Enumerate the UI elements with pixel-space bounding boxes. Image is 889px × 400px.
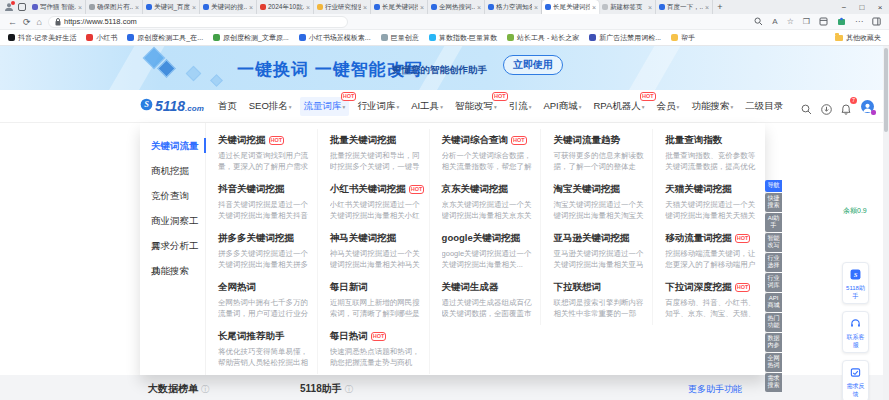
site-logo[interactable]: S 5118 .com (140, 98, 204, 114)
bookmark-item[interactable]: 新广告法禁用词检... (589, 33, 661, 43)
menu-category[interactable]: 竞价查询 (140, 183, 205, 208)
nav-item[interactable]: RPA机器人▾ HOT (590, 97, 649, 116)
split-screen-icon[interactable]: ❒ (803, 17, 810, 26)
nav-item[interactable]: 引流▾ (505, 97, 536, 116)
sidebar-toggle-icon[interactable] (872, 17, 881, 26)
toolbar-shortcut[interactable]: 行业选择 (765, 253, 782, 272)
menu-item[interactable]: 抖音关键词挖掘 抖音关键词挖掘是通过一个关键词挖掘出海量相关抖音关... (206, 178, 318, 227)
menu-item[interactable]: 批量查询指数 批量查询指数、竞价参数等关键词流量数据，提高优化工... (653, 129, 765, 178)
browser-tab[interactable]: 百度一下，.. × (656, 0, 713, 14)
browser-tab[interactable]: 关键词的搜.. × (200, 0, 257, 14)
toolbar-shortcut[interactable]: 热门功能 (765, 313, 782, 332)
menu-category[interactable]: 需求分析工具 (140, 233, 205, 258)
tab-close-icon[interactable]: × (592, 4, 596, 11)
url-field[interactable]: https://www.5118.com (48, 16, 348, 28)
menu-item[interactable]: 全网热词 全网热词中拥有七千多万的流量词，用户可通过行业分类... (206, 276, 318, 325)
home-icon[interactable]: ⌂ (37, 17, 42, 27)
bookmark-item[interactable]: 原创度检测_文章原... (213, 33, 289, 43)
toolbar-shortcut[interactable]: 快捷搜索 (765, 193, 782, 212)
browser-tab[interactable]: 全网热搜词.. × (428, 0, 485, 14)
toolbar-shortcut[interactable]: 导航 (765, 180, 782, 192)
browser-tab[interactable]: 2024年10款.. × (257, 0, 314, 14)
menu-category[interactable]: 商业洞察工具 (140, 208, 205, 233)
menu-item[interactable]: 神马关键词挖掘 神马关键词挖掘通过一个关键词挖掘出海量相关神马关键... (318, 227, 430, 276)
browser-tab[interactable]: 关键词_百度.. × (143, 0, 200, 14)
menu-item[interactable]: 关键词综合查询 HOT 分析一个关键词综合数据，相关流量指数等，帮您了解关... (430, 129, 542, 178)
browser-profile-icon[interactable] (3, 1, 15, 13)
menu-category[interactable]: 关键词流量 (140, 133, 205, 158)
nav-item[interactable]: 会员▾ (653, 97, 684, 116)
nav-item[interactable]: API商城▾ (539, 97, 585, 116)
feedback-button[interactable]: 需求反馈 (842, 360, 869, 400)
menu-item[interactable]: 下拉联想词 联想词是搜索引擎判断内容相关性中非常重要的一部分，... (541, 276, 653, 325)
tab-close-icon[interactable]: × (306, 4, 310, 11)
browser-tab[interactable]: 长尾关键词挖掘.. × (542, 0, 599, 14)
refresh-icon[interactable]: ⟳ (23, 17, 31, 27)
tab-close-icon[interactable]: × (648, 4, 652, 11)
close-button[interactable]: × (871, 3, 889, 12)
menu-item[interactable]: 每日新词 近期互联网上新增的网民搜索词，可清晰了解到哪些是与... (318, 276, 430, 325)
back-icon[interactable]: ← (8, 17, 17, 27)
tab-close-icon[interactable]: × (192, 4, 196, 11)
download-icon[interactable] (821, 101, 832, 112)
nav-item[interactable]: AI工具▾ (407, 97, 447, 116)
nav-item[interactable]: 行业词库▾ (353, 97, 403, 116)
menu-item[interactable]: 关键词挖掘 HOT 通过长尾词查询找到用户流量，更深入的了解用户需求 (206, 129, 318, 178)
bookmark-item[interactable]: 小红书场景模板素... (299, 33, 371, 43)
browser-tab[interactable]: 长尾关键词挖.. × (371, 0, 428, 14)
bookmark-item[interactable]: 原创度检测工具_在... (127, 33, 203, 43)
tab-close-icon[interactable]: × (135, 4, 139, 11)
page-scrollbar[interactable] (883, 46, 889, 400)
tab-close-icon[interactable]: × (363, 4, 367, 11)
new-tab-button[interactable]: + (713, 2, 727, 12)
info-icon[interactable]: ⓘ (345, 384, 353, 395)
balance-label[interactable]: 余额0.9 (843, 206, 867, 216)
browser-tab[interactable]: 新建标签页 × (599, 0, 656, 14)
menu-category[interactable]: 功能搜索 (140, 258, 205, 283)
toolbar-shortcut[interactable]: API商城 (765, 293, 782, 312)
toolbar-shortcut[interactable]: 数据内参 (765, 333, 782, 352)
minimize-button[interactable]: − (835, 3, 853, 12)
bookmark-item[interactable]: 算数指数-巨量算数 (429, 33, 497, 43)
nav-item[interactable]: 流量词库▾ HOT (300, 97, 350, 116)
nav-item[interactable]: SEO排名▾ (245, 97, 296, 116)
menu-item[interactable]: 天猫关键词挖掘 天猫关键词挖掘通过一个关键词挖掘出海量相关天猫关键... (653, 178, 765, 227)
nav-item[interactable]: 智能改写▾ HOT (451, 97, 501, 116)
toolbar-shortcut[interactable]: 需求搜索 (765, 373, 782, 392)
toolbar-shortcut[interactable]: 智能改写 (765, 233, 782, 252)
collections-icon[interactable] (819, 17, 828, 26)
menu-category[interactable]: 商机挖掘 (140, 158, 205, 183)
menu-item[interactable]: 每日热词 HOT 快速洞悉热点话题和热词，助您把握流量走势与商机 (318, 325, 430, 374)
search-icon[interactable] (801, 101, 812, 112)
notification-bell-icon[interactable]: 7 (841, 101, 852, 112)
menu-item[interactable]: 长尾词推荐助手 将优化技巧变得简单易懂，帮助营销人员轻松挖掘出相关... (206, 325, 318, 374)
maximize-button[interactable]: □ (853, 3, 871, 12)
nav-item[interactable]: 功能搜索▾ (687, 97, 737, 116)
tab-close-icon[interactable]: × (420, 4, 424, 11)
banner-cta-button[interactable]: 立即使用 (503, 55, 563, 75)
tab-close-icon[interactable]: × (534, 4, 538, 11)
other-favorites[interactable]: 其他收藏夹 (835, 33, 881, 43)
menu-item[interactable]: 拼多多关键词挖掘 拼多多关键词挖掘通过一个关键词挖掘出海量相关拼多多... (206, 227, 318, 276)
scrollbar-thumb[interactable] (884, 48, 888, 132)
bookmark-item[interactable]: 帮手 (671, 33, 695, 43)
extension-icon[interactable] (837, 17, 846, 26)
menu-item[interactable]: 淘宝关键词挖掘 淘宝关键词挖掘通过一个关键词挖掘出海量相关淘宝关键... (541, 178, 653, 227)
read-aloud-icon[interactable]: A (772, 17, 777, 26)
search-zoom-icon[interactable] (754, 17, 763, 26)
nav-item[interactable]: 二级目录 (741, 97, 787, 116)
menu-item[interactable]: 亚马逊关键词挖掘 亚马逊关键词挖掘通过一个关键词挖掘出海量相关亚马逊... (541, 227, 653, 276)
user-avatar[interactable] (861, 100, 874, 113)
tab-close-icon[interactable]: × (249, 4, 253, 11)
toolbar-shortcut[interactable]: 全网热词 (765, 353, 782, 372)
contact-support-button[interactable]: 联系客服 (842, 311, 869, 353)
browser-tab[interactable]: 行业研究报告.. × (314, 0, 371, 14)
tab-close-icon[interactable]: × (705, 4, 709, 11)
tab-close-icon[interactable]: × (477, 4, 481, 11)
toolbar-shortcut[interactable]: 行业词库 (765, 273, 782, 292)
more-assistant-link[interactable]: 更多助手功能 (688, 383, 742, 396)
toolbar-shortcut[interactable]: AI助手 (765, 213, 782, 232)
menu-item[interactable]: 批量关键词挖掘 批量挖掘关键词和导出，同时挖掘多个关键词，一键导出... (318, 129, 430, 178)
menu-item[interactable]: 关键词生成器 通过关键词生成器组成百亿级关键词数据，全面覆盖市场... (430, 276, 542, 325)
info-icon[interactable]: ⓘ (201, 384, 209, 395)
